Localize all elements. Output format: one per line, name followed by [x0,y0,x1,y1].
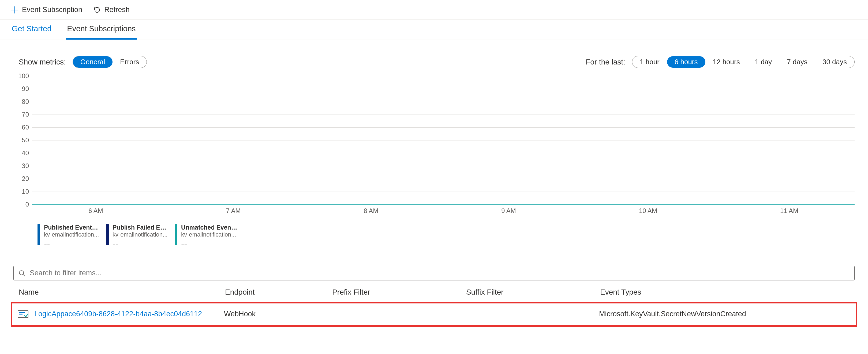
search-icon [19,270,26,277]
x-tick: 10 AM [639,207,657,215]
row-name-link[interactable]: LogicAppace6409b-8628-4122-b4aa-8b4ec04d… [34,310,224,318]
time-option-12h[interactable]: 12 hours [705,56,747,68]
table-row[interactable]: LogicAppace6409b-8628-4122-b4aa-8b4ec04d… [11,302,857,327]
y-tick: 40 [22,149,32,157]
show-metrics-label: Show metrics: [19,58,66,66]
legend-series-source: kv-emailnotification... [113,231,169,238]
col-name[interactable]: Name [19,288,225,296]
y-tick: 90 [22,85,32,93]
x-tick: 9 AM [501,207,516,215]
search-input[interactable] [29,269,849,278]
legend-series-source: kv-emailnotification... [44,231,100,238]
time-option-30d[interactable]: 30 days [815,56,854,68]
y-tick: 10 [22,188,32,195]
time-range-toggle: 1 hour 6 hours 12 hours 1 day 7 days 30 … [632,56,855,68]
metrics-toggle: General Errors [72,56,147,68]
refresh-icon [93,6,101,14]
for-the-last-label: For the last: [586,58,625,66]
legend-item[interactable]: Published Events (Sum)kv-emailnotificati… [37,224,100,250]
time-option-1d[interactable]: 1 day [747,56,780,68]
y-tick: 80 [22,98,32,105]
legend-series-name: Published Events (Sum) [44,224,100,231]
x-tick: 11 AM [780,207,798,215]
y-tick: 20 [22,175,32,182]
y-tick: 100 [18,72,32,80]
y-tick: 70 [22,111,32,118]
y-tick: 30 [22,162,32,170]
tab-get-started[interactable]: Get Started [11,24,53,40]
legend-series-name: Unmatched Events (Sum) [181,224,237,231]
subscriptions-table: Name Endpoint Prefix Filter Suffix Filte… [11,283,857,327]
y-tick: 50 [22,137,32,144]
tab-strip: Get Started Event Subscriptions [0,20,868,40]
add-event-subscription-label: Event Subscription [22,6,82,14]
legend-series-source: kv-emailnotification... [181,231,237,238]
y-tick: 60 [22,123,32,131]
event-subscription-icon [18,310,28,318]
legend-series-name: Publish Failed Event... [113,224,169,231]
legend-item[interactable]: Publish Failed Event...kv-emailnotificat… [106,224,169,250]
legend-series-value: -- [44,239,100,250]
refresh-label: Refresh [104,6,130,14]
col-suffix-filter[interactable]: Suffix Filter [466,288,600,296]
svg-point-0 [19,271,24,275]
col-prefix-filter[interactable]: Prefix Filter [332,288,466,296]
table-header: Name Endpoint Prefix Filter Suffix Filte… [11,283,857,302]
time-option-7d[interactable]: 7 days [779,56,815,68]
command-bar: Event Subscription Refresh [0,0,868,20]
time-option-1h[interactable]: 1 hour [632,56,667,68]
metrics-chart: 0102030405060708090100 6 AM7 AM8 AM9 AM1… [16,76,855,250]
y-tick: 0 [26,201,32,208]
metrics-option-errors[interactable]: Errors [113,56,147,68]
legend-item[interactable]: Unmatched Events (Sum)kv-emailnotificati… [175,224,237,250]
legend-series-value: -- [181,239,237,250]
metrics-option-general[interactable]: General [73,56,113,68]
col-event-types[interactable]: Event Types [600,288,852,296]
add-event-subscription-button[interactable]: Event Subscription [11,6,82,14]
x-tick: 6 AM [88,207,103,215]
tab-event-subscriptions[interactable]: Event Subscriptions [66,24,136,40]
row-event-types: Microsoft.KeyVault.SecretNewVersionCreat… [599,310,850,318]
legend-series-value: -- [113,239,169,250]
x-tick: 7 AM [226,207,241,215]
plus-icon [11,6,19,14]
x-tick: 8 AM [364,207,378,215]
search-box[interactable] [13,266,855,280]
time-option-6h[interactable]: 6 hours [667,56,705,68]
refresh-button[interactable]: Refresh [93,6,130,14]
row-endpoint: WebHook [224,310,331,318]
col-endpoint[interactable]: Endpoint [225,288,332,296]
